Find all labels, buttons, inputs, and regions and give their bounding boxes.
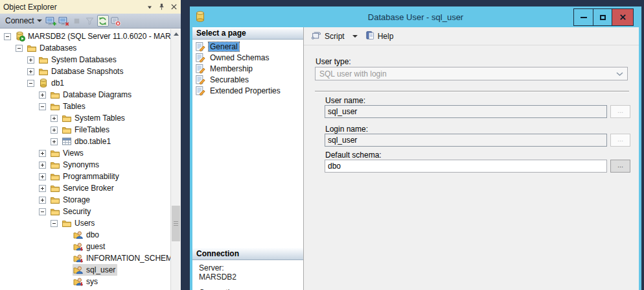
user-type-dropdown[interactable]: SQL user with login bbox=[315, 67, 628, 80]
disconnect-server-icon[interactable] bbox=[58, 15, 70, 27]
collapse-icon[interactable] bbox=[39, 208, 46, 215]
default-schema-browse-button[interactable]: ... bbox=[610, 160, 630, 173]
page-item-securables[interactable]: Securables bbox=[192, 74, 303, 85]
scrollbar-thumb[interactable] bbox=[172, 206, 180, 241]
folder-icon bbox=[62, 113, 72, 123]
connect-server-icon[interactable] bbox=[45, 15, 57, 27]
tree-item-label: Database Snapshots bbox=[51, 67, 123, 76]
expand-icon[interactable] bbox=[27, 56, 34, 64]
tree-item-database-diagrams[interactable]: Database Diagrams bbox=[0, 89, 170, 101]
tree-item-databases[interactable]: Databases bbox=[0, 42, 170, 54]
scrollbar-up-button[interactable] bbox=[171, 29, 181, 39]
tree-item-label: sql_user bbox=[86, 265, 115, 274]
expand-icon[interactable] bbox=[51, 127, 58, 134]
tree-scrollbar[interactable] bbox=[170, 29, 181, 290]
user-x-icon bbox=[73, 276, 84, 287]
user-x-icon bbox=[73, 241, 84, 252]
expand-icon[interactable] bbox=[39, 150, 46, 157]
user-name-browse-button[interactable]: ... bbox=[610, 105, 630, 118]
maximize-button[interactable] bbox=[593, 9, 612, 25]
tree-item-filetables[interactable]: FileTables bbox=[0, 124, 170, 136]
default-schema-field[interactable] bbox=[325, 160, 607, 173]
tree-item-information-schema[interactable]: INFORMATION_SCHEMA bbox=[0, 252, 170, 264]
login-name-field[interactable] bbox=[325, 134, 607, 147]
tree-item-label: Synonyms bbox=[63, 160, 99, 169]
page-item-label: Owned Schemas bbox=[209, 53, 270, 62]
folder-icon bbox=[50, 90, 60, 100]
collapse-icon[interactable] bbox=[16, 45, 23, 52]
database-icon bbox=[38, 78, 49, 88]
page-item-label: Extended Properties bbox=[209, 86, 282, 95]
server-label: Server: bbox=[199, 263, 240, 272]
user-name-field[interactable] bbox=[325, 105, 607, 118]
object-explorer-panel: Object Explorer Connect MARSDB2 (SQL Ser… bbox=[0, 0, 181, 290]
tree-item-guest[interactable]: guest bbox=[0, 241, 170, 252]
tree-item-service-broker[interactable]: Service Broker bbox=[0, 182, 170, 194]
expand-icon[interactable] bbox=[51, 138, 58, 145]
tree-item-storage[interactable]: Storage bbox=[0, 194, 170, 206]
tree-item-security[interactable]: Security bbox=[0, 206, 170, 217]
expand-icon[interactable] bbox=[27, 68, 34, 75]
user-type-value: SQL user with login bbox=[319, 69, 387, 79]
tree-item-synonyms[interactable]: Synonyms bbox=[0, 159, 170, 171]
connect-button[interactable]: Connect bbox=[3, 15, 44, 27]
database-icon bbox=[196, 11, 205, 24]
tree-item-db1[interactable]: db1 bbox=[0, 77, 170, 89]
page-item-membership[interactable]: Membership bbox=[192, 63, 303, 74]
tree-item-label: Programmability bbox=[63, 172, 119, 181]
folder-icon bbox=[50, 148, 60, 158]
pin-icon[interactable] bbox=[157, 3, 166, 11]
tree-item-system-databases[interactable]: System Databases bbox=[0, 54, 170, 66]
tree-item-label: dbo.table1 bbox=[75, 137, 111, 146]
help-icon bbox=[365, 30, 375, 42]
tree-item-views[interactable]: Views bbox=[0, 147, 170, 159]
script-error-icon[interactable] bbox=[110, 15, 122, 27]
tree-item-label: guest bbox=[86, 242, 105, 251]
expand-icon[interactable] bbox=[39, 185, 46, 192]
tree-item-sys[interactable]: sys bbox=[0, 276, 170, 287]
tree-item-system-tables[interactable]: System Tables bbox=[0, 112, 170, 124]
script-button[interactable]: Script bbox=[309, 29, 347, 43]
tree-item-tables[interactable]: Tables bbox=[0, 101, 170, 112]
page-item-label: General bbox=[209, 42, 239, 51]
collapse-icon[interactable] bbox=[4, 33, 11, 40]
tree-item-programmability[interactable]: Programmability bbox=[0, 171, 170, 182]
collapse-icon[interactable] bbox=[51, 220, 58, 227]
tree-item-users[interactable]: Users bbox=[0, 217, 170, 229]
tree-item-label: Databases bbox=[40, 43, 76, 53]
page-icon bbox=[195, 86, 205, 96]
close-button[interactable] bbox=[612, 9, 633, 25]
tree-item-database-snapshots[interactable]: Database Snapshots bbox=[0, 66, 170, 77]
page-icon bbox=[195, 64, 205, 74]
collapse-icon[interactable] bbox=[27, 80, 34, 87]
expand-icon[interactable] bbox=[39, 173, 46, 180]
tree-item-label: Views bbox=[63, 149, 84, 158]
close-icon[interactable] bbox=[170, 3, 178, 10]
page-item-general[interactable]: General bbox=[192, 41, 303, 52]
page-icon bbox=[195, 42, 205, 52]
tree-item-dbo[interactable]: dbo bbox=[0, 229, 170, 241]
help-button[interactable]: Help bbox=[363, 29, 396, 43]
expand-icon[interactable] bbox=[39, 197, 46, 204]
expand-icon[interactable] bbox=[51, 115, 58, 122]
user-icon bbox=[73, 265, 84, 275]
refresh-icon[interactable] bbox=[97, 15, 109, 27]
page-icon bbox=[195, 53, 205, 63]
tree-item-dbo-table1[interactable]: dbo.table1 bbox=[0, 136, 170, 147]
folder-icon bbox=[38, 54, 49, 65]
script-dropdown-icon[interactable] bbox=[352, 35, 358, 38]
server-value: MARSDB2 bbox=[199, 272, 240, 282]
dialog-titlebar[interactable]: Database User - sql_user bbox=[190, 6, 641, 27]
folder-icon bbox=[38, 66, 49, 77]
minimize-button[interactable] bbox=[574, 9, 593, 25]
login-name-browse-button[interactable]: ... bbox=[610, 134, 630, 147]
tree-item-marsdb2-sql-server-11-0-6020-marsd[interactable]: MARSDB2 (SQL Server 11.0.6020 - MARSD bbox=[0, 30, 170, 42]
page-item-extended-properties[interactable]: Extended Properties bbox=[192, 85, 303, 96]
collapse-icon[interactable] bbox=[39, 103, 46, 110]
expand-icon[interactable] bbox=[39, 91, 46, 99]
folder-icon bbox=[50, 183, 60, 193]
expand-icon[interactable] bbox=[39, 162, 46, 169]
page-item-owned-schemas[interactable]: Owned Schemas bbox=[192, 52, 303, 63]
window-menu-icon[interactable] bbox=[146, 4, 153, 10]
tree-item-sql-user[interactable]: sql_user bbox=[0, 264, 170, 276]
